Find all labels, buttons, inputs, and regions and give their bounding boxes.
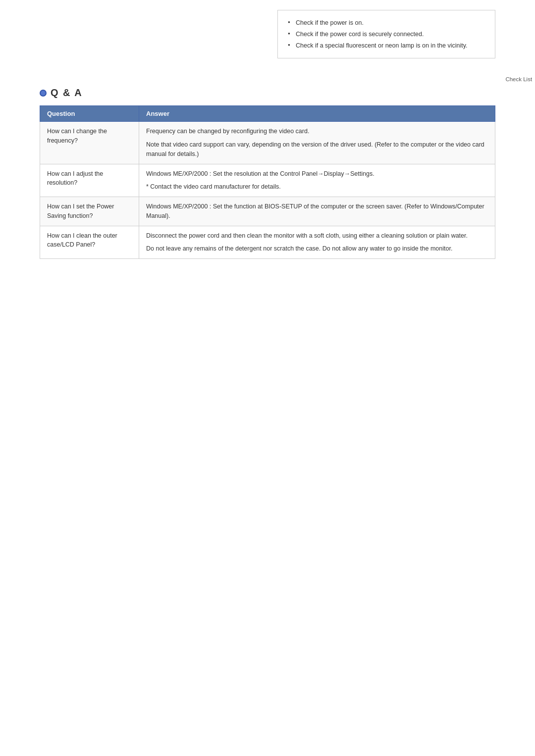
nav-breadcrumb: Check List | Self-Test Feature Check | Q… (178, 76, 535, 82)
answer-cell: Windows ME/XP/2000 : Set the function at… (139, 197, 495, 226)
answer-paragraph: Windows ME/XP/2000 : Set the function at… (146, 202, 488, 221)
question-cell: How can I adjust the resolution? (40, 164, 139, 197)
answer-cell: Windows ME/XP/2000 : Set the resolution … (139, 164, 495, 197)
answer-cell: Frequency can be changed by reconfigurin… (139, 122, 495, 164)
answer-paragraph: Frequency can be changed by reconfigurin… (146, 127, 488, 136)
table-header-row: Question Answer (40, 106, 495, 122)
table-row: How can I adjust the resolution?Windows … (40, 164, 495, 197)
qa-table: Question Answer How can I change the fre… (40, 105, 495, 259)
checklist-box: Check if the power is on.Check if the po… (277, 10, 495, 58)
qa-title: Q & A (51, 87, 83, 99)
answer-paragraph: Do not leave any remains of the detergen… (146, 244, 488, 253)
answer-paragraph: Windows ME/XP/2000 : Set the resolution … (146, 169, 488, 179)
table-row: How can I clean the outer case/LCD Panel… (40, 226, 495, 259)
checklist-item: Check if a special fluorescent or neon l… (288, 40, 485, 51)
question-cell: How can I change the frequency? (40, 122, 139, 164)
question-cell: How can I clean the outer case/LCD Panel… (40, 226, 139, 259)
col-header-question: Question (40, 106, 139, 122)
table-row: How can I change the frequency?Frequency… (40, 122, 495, 164)
checklist-item: Check if the power is on. (288, 17, 485, 29)
answer-paragraph: Note that video card support can vary, d… (146, 140, 488, 159)
checklist-item: Check if the power cord is securely conn… (288, 29, 485, 40)
qa-title-row: Q & A (40, 87, 495, 99)
checklist-list: Check if the power is on.Check if the po… (288, 17, 485, 51)
question-cell: How can I set the Power Saving function? (40, 197, 139, 226)
table-row: How can I set the Power Saving function?… (40, 197, 495, 226)
answer-cell: Disconnect the power cord and then clean… (139, 226, 495, 259)
answer-paragraph: * Contact the video card manufacturer fo… (146, 182, 488, 192)
answer-paragraph: Disconnect the power cord and then clean… (146, 231, 488, 241)
qa-circle-icon (40, 90, 47, 97)
col-header-answer: Answer (139, 106, 495, 122)
nav-check-list[interactable]: Check List (505, 76, 532, 82)
